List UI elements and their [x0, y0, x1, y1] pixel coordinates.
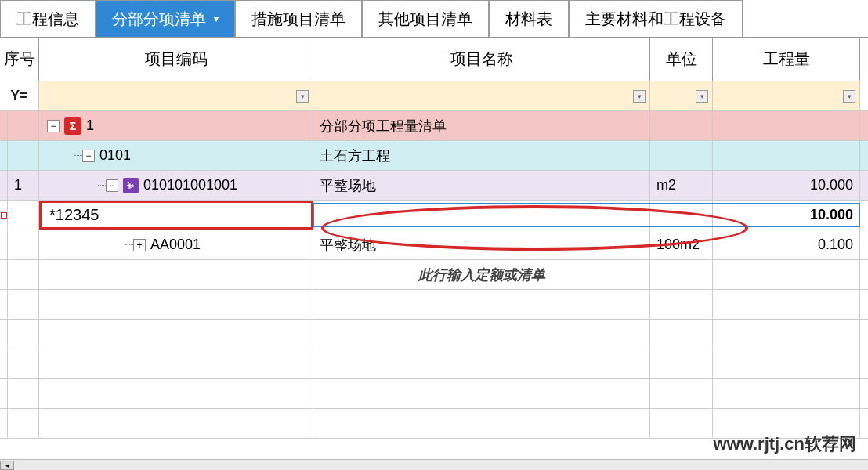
item-icon: ⛷ [123, 178, 139, 193]
tab-label: 主要材料和工程设备 [585, 9, 726, 30]
name-cell[interactable]: 土石方工程 [313, 141, 650, 170]
qty-cell[interactable]: 10.000 [713, 171, 860, 200]
code-input-cell[interactable]: *12345 [39, 201, 313, 230]
unit-cell[interactable] [650, 201, 713, 230]
name-cell[interactable]: 分部分项工程量清单 [313, 111, 650, 140]
seq-cell [8, 409, 39, 438]
name-cell[interactable] [313, 409, 650, 438]
col-header-name[interactable]: 项目名称 [313, 38, 650, 81]
code-cell[interactable]: − ⛷ 010101001001 [39, 171, 313, 200]
row-gutter [0, 111, 8, 140]
unit-cell[interactable] [650, 141, 713, 170]
unit-cell[interactable] [650, 290, 713, 319]
name-cell[interactable] [313, 290, 650, 319]
tab-itemized-list[interactable]: 分部分项清单 ▾ [96, 0, 235, 37]
tab-label: 其他项目清单 [378, 9, 472, 30]
row-gutter [0, 409, 8, 438]
table-row-selected[interactable]: *12345 10.000 [0, 201, 868, 230]
unit-cell[interactable]: m2 [650, 171, 713, 200]
row-gutter [0, 201, 8, 230]
unit-cell[interactable] [650, 379, 713, 408]
table-row[interactable]: − 0101 土石方工程 [0, 141, 868, 171]
scroll-left-icon[interactable]: ◂ [0, 461, 14, 470]
code-cell[interactable]: − 0101 [39, 141, 313, 170]
tab-label: 措施项目清单 [251, 9, 345, 30]
qty-cell[interactable] [713, 349, 860, 378]
unit-cell[interactable] [650, 320, 713, 349]
table-row[interactable]: − Σ 1 分部分项工程量清单 [0, 111, 868, 141]
seq-cell [8, 349, 39, 378]
expand-icon[interactable]: + [133, 239, 146, 251]
filter-dropdown-icon[interactable]: ▾ [296, 90, 309, 103]
qty-cell[interactable] [713, 141, 860, 170]
row-gutter [0, 171, 8, 200]
row-gutter [0, 379, 8, 408]
collapse-icon[interactable]: − [47, 120, 60, 132]
horizontal-scrollbar[interactable]: ◂ [0, 459, 868, 470]
filter-code[interactable]: ▾ [39, 81, 313, 110]
code-cell[interactable]: + AA0001 [39, 230, 313, 259]
filter-icon[interactable]: Y= [10, 88, 28, 104]
col-header-unit[interactable]: 单位 [650, 38, 713, 81]
name-cell[interactable]: 平整场地 [313, 230, 650, 259]
code-text: *12345 [49, 206, 99, 224]
filter-icon-cell: Y= [0, 81, 39, 110]
seq-cell: 1 [8, 171, 39, 200]
code-cell[interactable]: − Σ 1 [39, 111, 313, 140]
qty-cell[interactable] [713, 320, 860, 349]
row-gutter [0, 290, 8, 319]
code-cell[interactable] [39, 379, 313, 408]
tab-material-table[interactable]: 材料表 [489, 0, 569, 37]
name-cell[interactable]: 平整场地 [313, 171, 650, 200]
qty-cell[interactable] [713, 290, 860, 319]
name-cell[interactable] [313, 320, 650, 349]
col-header-seq[interactable]: 序号 [0, 38, 39, 81]
tab-other-list[interactable]: 其他项目清单 [362, 0, 489, 37]
qty-cell[interactable] [713, 260, 860, 289]
filter-name[interactable]: ▾ [313, 81, 650, 110]
code-cell[interactable] [39, 320, 313, 349]
tab-project-info[interactable]: 工程信息 [0, 0, 96, 37]
code-text: 0101 [99, 147, 131, 164]
code-cell[interactable] [39, 260, 313, 289]
table-row[interactable]: + AA0001 平整场地 100m2 0.100 [0, 230, 868, 260]
code-cell[interactable] [39, 290, 313, 319]
row-gutter [0, 260, 8, 289]
seq-cell [8, 320, 39, 349]
unit-cell[interactable] [650, 111, 713, 140]
name-cell[interactable] [313, 201, 650, 230]
collapse-icon[interactable]: − [82, 150, 95, 162]
qty-cell[interactable]: 10.000 [713, 201, 860, 230]
table-row-empty[interactable] [0, 349, 868, 379]
hint-text[interactable]: 此行输入定额或清单 [313, 260, 650, 289]
col-header-qty[interactable]: 工程量 [713, 38, 860, 81]
tab-main-material[interactable]: 主要材料和工程设备 [569, 0, 743, 37]
table-row-empty[interactable] [0, 290, 868, 320]
collapse-icon[interactable]: − [106, 179, 118, 192]
table-row-hint[interactable]: 此行输入定额或清单 [0, 260, 868, 290]
col-header-code[interactable]: 项目编码 [39, 38, 313, 81]
name-cell[interactable] [313, 379, 650, 408]
table-row[interactable]: 1 − ⛷ 010101001001 平整场地 m2 10.000 [0, 171, 868, 201]
filter-unit[interactable]: ▾ [650, 81, 713, 110]
qty-cell[interactable] [713, 379, 860, 408]
filter-qty[interactable]: ▾ [713, 81, 860, 110]
table-row-empty[interactable] [0, 320, 868, 349]
code-cell[interactable] [39, 349, 313, 378]
row-gutter [0, 230, 8, 259]
code-cell[interactable] [39, 409, 313, 438]
unit-cell[interactable] [650, 409, 713, 438]
filter-dropdown-icon[interactable]: ▾ [696, 90, 708, 103]
table-row-empty[interactable] [0, 379, 868, 409]
chevron-down-icon[interactable]: ▾ [214, 13, 219, 24]
tab-measure-list[interactable]: 措施项目清单 [235, 0, 362, 37]
unit-cell[interactable] [650, 349, 713, 378]
qty-cell[interactable] [713, 111, 860, 140]
unit-cell[interactable] [650, 260, 713, 289]
qty-cell[interactable]: 0.100 [713, 230, 860, 259]
filter-dropdown-icon[interactable]: ▾ [843, 90, 855, 103]
filter-dropdown-icon[interactable]: ▾ [633, 90, 646, 103]
name-cell[interactable] [313, 349, 650, 378]
unit-cell[interactable]: 100m2 [650, 230, 713, 259]
column-header-row: 序号 项目编码 项目名称 单位 工程量 [0, 38, 868, 81]
